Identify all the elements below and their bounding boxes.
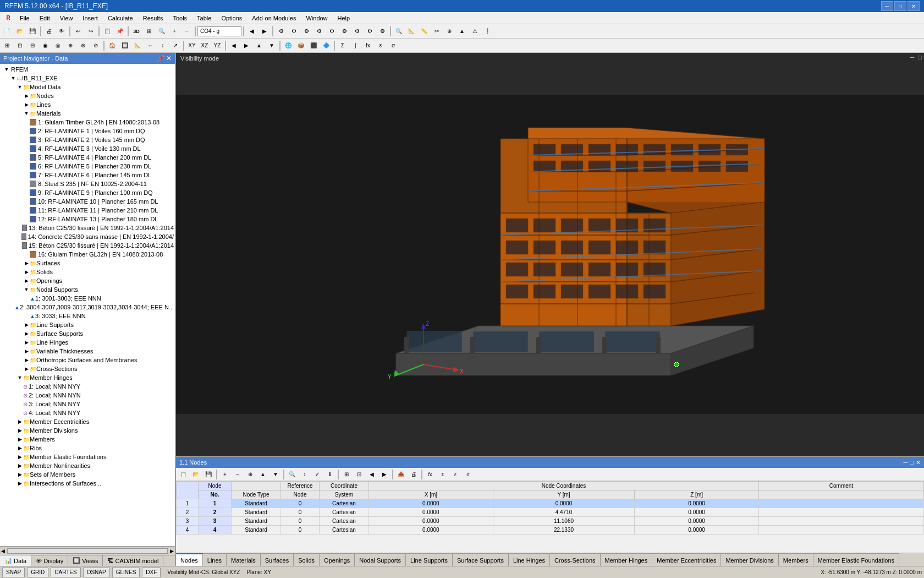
- cell-nodeno-3[interactable]: 3: [199, 517, 232, 526]
- t2-7[interactable]: ⊗: [77, 40, 89, 52]
- print-prev-btn[interactable]: 👁: [56, 25, 68, 37]
- view-name-input[interactable]: [197, 26, 241, 36]
- expand-xsec[interactable]: ▶: [23, 366, 30, 372]
- table-row[interactable]: 4 4 Standard 0 Cartesian 0.0000 22.1330 …: [177, 526, 924, 535]
- dt-up[interactable]: ▲: [257, 468, 269, 481]
- t2-24[interactable]: ⬛: [307, 40, 320, 52]
- nav-prev[interactable]: ◀: [246, 25, 258, 37]
- expand-ib[interactable]: ▼: [10, 75, 16, 81]
- save-btn[interactable]: 💾: [26, 25, 38, 37]
- tree-mat-9[interactable]: 9: RF-LAMINATE 9 | Plancher 100 mm DQ: [0, 188, 175, 197]
- t2-10[interactable]: 🔲: [119, 40, 131, 52]
- status-grid[interactable]: GRID: [27, 568, 48, 577]
- dt-del[interactable]: −: [232, 468, 244, 481]
- dt-sort[interactable]: ↕: [299, 468, 311, 481]
- tree-line-hinges[interactable]: ▶ 📁 Line Hinges: [0, 338, 175, 347]
- tree-ortho[interactable]: ▶ 📁 Orthotropic Surfaces and Membranes: [0, 356, 175, 364]
- tool11[interactable]: 📐: [405, 25, 417, 37]
- tree-mat-13[interactable]: 13: Béton C25/30 fissuré | EN 1992-1-1:2…: [0, 223, 175, 232]
- expand-materials[interactable]: ▼: [23, 110, 30, 117]
- t2-17[interactable]: YZ: [211, 40, 223, 52]
- cell-x-4[interactable]: 0.0000: [369, 526, 493, 535]
- dt-prev[interactable]: ◀: [366, 468, 378, 481]
- t2-12[interactable]: ↔: [144, 40, 156, 52]
- expand-openings[interactable]: ▶: [23, 277, 30, 284]
- cell-x-2[interactable]: 0.0000: [369, 508, 493, 517]
- zoomout-btn[interactable]: −: [181, 25, 193, 37]
- tree-solids[interactable]: ▶ 📁 Solids: [0, 268, 175, 276]
- tab-members[interactable]: Members: [779, 553, 813, 566]
- tree-elastic-found[interactable]: ▶ 📁 Member Elastic Foundations: [0, 452, 175, 461]
- t2-21[interactable]: ▼: [266, 40, 278, 52]
- tree-sets-members[interactable]: ▶ 📁 Sets of Members: [0, 470, 175, 479]
- tool9[interactable]: ⚙: [376, 25, 388, 37]
- data-table-wrapper[interactable]: Node Reference Coordinate Node Coordinat…: [176, 481, 924, 553]
- tab-surfaces[interactable]: Surfaces: [261, 553, 294, 566]
- t2-3[interactable]: ⊟: [26, 40, 38, 52]
- tree-surface-supports[interactable]: ▶ 📁 Surface Supports: [0, 329, 175, 338]
- tab-solids[interactable]: Solids: [294, 553, 320, 566]
- expand-model[interactable]: ▼: [16, 84, 23, 90]
- dt-info[interactable]: ℹ: [324, 468, 336, 481]
- nav-tab-views[interactable]: 🔲 Views: [68, 555, 103, 566]
- dt-calc[interactable]: Σ: [437, 468, 449, 481]
- t2-2[interactable]: ⊡: [14, 40, 26, 52]
- panel-close-btn[interactable]: ✕: [166, 54, 172, 62]
- scroll-left[interactable]: ◀: [1, 548, 5, 554]
- expand-sets[interactable]: ▶: [16, 471, 23, 478]
- t2-29[interactable]: ε: [375, 40, 387, 52]
- expand-var[interactable]: ▶: [23, 348, 30, 355]
- status-snap[interactable]: SNAP: [2, 568, 25, 577]
- tree-mat-1[interactable]: 1: Glulam Timber GL24h | EN 14080:2013-0…: [0, 118, 175, 127]
- menu-window[interactable]: Window: [301, 13, 332, 24]
- dt-formula[interactable]: fx: [424, 468, 436, 481]
- tree-ribs[interactable]: ▶ 📁 Ribs: [0, 444, 175, 452]
- dt-check[interactable]: ✓: [311, 468, 323, 481]
- expand-nodal-sup[interactable]: ▼: [23, 286, 30, 293]
- t2-22[interactable]: 🌐: [282, 40, 294, 52]
- new-btn[interactable]: 📄: [1, 25, 13, 37]
- tree-mat-15[interactable]: 15: Béton C25/30 fissuré | EN 1992-1-1:2…: [0, 241, 175, 250]
- tree-container[interactable]: ▼ RFEM ▼ 🗂 IB_R11_EXE ▼ 📁 Model Data ▶ 📁…: [0, 64, 175, 546]
- tree-ib-r11[interactable]: ▼ 🗂 IB_R11_EXE: [0, 74, 175, 83]
- scroll-right[interactable]: ▶: [170, 548, 174, 554]
- tree-surfaces[interactable]: ▶ 📁 Surfaces: [0, 259, 175, 268]
- menu-options[interactable]: Options: [217, 13, 246, 24]
- expand-members[interactable]: ▶: [16, 436, 23, 443]
- dt-new[interactable]: 📋: [177, 468, 189, 481]
- tree-mat-12[interactable]: 12: RF-LAMINATE 13 | Plancher 180 mm DL: [0, 215, 175, 223]
- tool15[interactable]: ▲: [456, 25, 468, 37]
- tree-hinge-4[interactable]: ⊝ 4: Local; NNN NYY: [0, 408, 175, 417]
- cell-x-3[interactable]: 0.0000: [369, 517, 493, 526]
- menu-help[interactable]: Help: [333, 13, 355, 24]
- status-cartes[interactable]: CARTES: [51, 568, 80, 577]
- expand-nonlin[interactable]: ▶: [16, 462, 23, 469]
- cell-comment-4[interactable]: [759, 526, 924, 535]
- panel-pin[interactable]: 📌: [157, 54, 165, 62]
- status-dxf[interactable]: DXF: [142, 568, 161, 577]
- t2-16[interactable]: XZ: [199, 40, 211, 52]
- viewport-controls[interactable]: ─ □: [910, 54, 922, 61]
- expand-solids[interactable]: ▶: [23, 269, 30, 275]
- status-osnap[interactable]: OSNAP: [83, 568, 110, 577]
- data-panel-close[interactable]: ✕: [916, 459, 921, 466]
- tab-member-divisions[interactable]: Member Divisions: [721, 553, 778, 566]
- t2-6[interactable]: ⊕: [64, 40, 76, 52]
- cell-ref-3[interactable]: 0: [281, 517, 320, 526]
- cell-nodeno-1[interactable]: 1: [199, 499, 232, 508]
- viewport-min[interactable]: ─: [910, 54, 914, 61]
- tab-nodal-supports[interactable]: Nodal Supports: [355, 553, 406, 566]
- cell-ref-2[interactable]: 0: [281, 508, 320, 517]
- tool7[interactable]: ⚙: [351, 25, 363, 37]
- status-glines[interactable]: GLINES: [112, 568, 140, 577]
- view3d-btn[interactable]: 3D: [130, 25, 142, 37]
- view-btn[interactable]: ⊞: [143, 25, 155, 37]
- t2-30[interactable]: σ: [387, 40, 399, 52]
- expand-mem-ecc[interactable]: ▶: [16, 418, 23, 425]
- dt-save[interactable]: 💾: [202, 468, 215, 481]
- tree-lines[interactable]: ▶ 📁 Lines: [0, 100, 175, 109]
- cell-y-3[interactable]: 11.1060: [493, 517, 634, 526]
- tool1[interactable]: ⚙: [275, 25, 287, 37]
- cell-ref-4[interactable]: 0: [281, 526, 320, 535]
- tree-mat-16[interactable]: 16: Glulam Timber GL32h | EN 14080:2013-…: [0, 250, 175, 259]
